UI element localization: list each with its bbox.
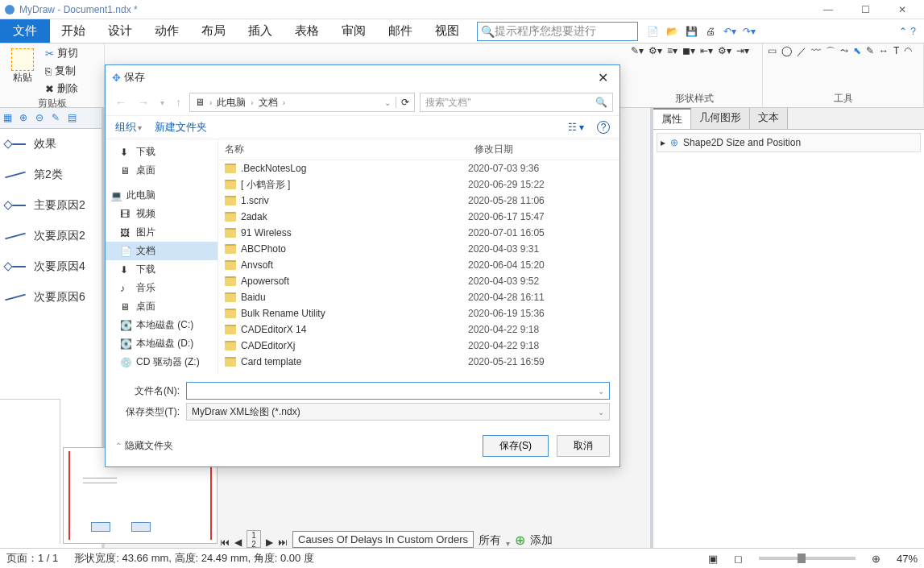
refresh-icon[interactable]: ⟳	[396, 97, 409, 108]
tree-item[interactable]: 🖥桌面	[106, 161, 218, 180]
tree-item[interactable]: ⬇下载	[106, 260, 218, 279]
tree-item[interactable]: 🖥桌面	[106, 297, 218, 316]
nav-forward-icon[interactable]: →	[135, 96, 152, 109]
shapes-more-icon[interactable]: ▤	[68, 112, 81, 125]
tab-text[interactable]: 文本	[750, 108, 788, 129]
file-row[interactable]: 91 Wireless2020-07-01 16:05	[218, 225, 619, 241]
dialog-close-button[interactable]: ✕	[593, 70, 613, 85]
curve-tool-icon[interactable]: 〰	[811, 45, 821, 56]
page-all[interactable]: 所有	[479, 533, 501, 548]
file-row[interactable]: 2adak2020-06-17 15:47	[218, 209, 619, 225]
last-page-icon[interactable]: ⏭	[278, 537, 288, 548]
nav-recent-icon[interactable]: ▾	[157, 98, 168, 107]
pointer-tool-icon[interactable]: ⬉	[853, 45, 861, 56]
file-menu[interactable]: 文件	[0, 19, 50, 43]
menu-review[interactable]: 审阅	[330, 19, 377, 43]
shape-item[interactable]: 主要原因2	[0, 190, 102, 221]
menu-design[interactable]: 设计	[97, 19, 143, 43]
shape-item[interactable]: 效果	[0, 129, 102, 160]
first-page-icon[interactable]: ⏮	[220, 537, 230, 548]
add-page-icon[interactable]: ⊕	[515, 533, 525, 548]
shapes-edit-icon[interactable]: ✎	[52, 112, 64, 125]
arc3-tool-icon[interactable]: ◠	[904, 45, 912, 56]
filename-input[interactable]: ⌄	[186, 382, 610, 400]
tab-geometry[interactable]: 几何图形	[691, 108, 750, 129]
folder-tree[interactable]: ⬇下载🖥桌面💻此电脑🎞视频🖼图片📄文档⬇下载♪音乐🖥桌面💽本地磁盘 (C:)💽本…	[106, 139, 218, 374]
nav-back-icon[interactable]: ←	[112, 96, 130, 109]
tree-item[interactable]: 💽本地磁盘 (D:)	[106, 334, 218, 353]
file-row[interactable]: Bulk Rename Utility2020-06-19 15:36	[218, 305, 619, 321]
file-row[interactable]: Card template2020-05-21 16:59	[218, 354, 619, 370]
tree-item[interactable]: 💻此电脑	[106, 186, 218, 205]
copy-button[interactable]: ⎘复制	[44, 63, 80, 79]
cut-button[interactable]: ✂剪切	[44, 45, 80, 61]
cancel-button[interactable]: 取消	[557, 435, 610, 457]
shapes-add-icon[interactable]: ⊕	[19, 112, 32, 125]
save-button[interactable]: 保存(S)	[483, 435, 549, 457]
tree-item[interactable]: 📄文档	[106, 242, 218, 260]
nav-up-icon[interactable]: ↑	[172, 96, 184, 109]
col-date[interactable]: 修改日期	[468, 139, 581, 160]
prop-size-position[interactable]: ▸ ⊕ Shape2D Size and Position	[657, 133, 921, 152]
shadow-icon[interactable]: ◼▾	[682, 45, 695, 56]
help-icon[interactable]: ?	[910, 26, 916, 37]
filetype-select[interactable]: MyDraw XML绘图 (*.ndx)⌄	[186, 403, 610, 421]
delete-button[interactable]: ✖删除	[44, 81, 80, 97]
gear-icon[interactable]: ⚙▾	[648, 45, 662, 56]
dialog-search[interactable]: 搜索"文档" 🔍	[420, 93, 613, 112]
zoom-fit-icon[interactable]: ⊕	[872, 553, 880, 565]
collapse-ribbon-icon[interactable]: ⌃	[899, 26, 907, 37]
page-add[interactable]: 添加	[530, 533, 553, 548]
pan-tool-icon[interactable]: ↔	[879, 45, 889, 56]
menu-table[interactable]: 表格	[284, 19, 330, 43]
save-icon[interactable]: 💾	[683, 23, 699, 39]
arrow-end-icon[interactable]: ⇥▾	[736, 45, 749, 56]
tab-properties[interactable]: 属性	[653, 108, 691, 129]
shape-item[interactable]: 次要原因4	[0, 251, 102, 282]
shapes-remove-icon[interactable]: ⊖	[35, 112, 48, 125]
open-icon[interactable]: 📂	[664, 23, 680, 39]
undo-icon[interactable]: ↶▾	[722, 23, 738, 39]
menu-layout[interactable]: 布局	[190, 19, 237, 43]
gear2-icon[interactable]: ⚙▾	[718, 45, 731, 56]
arrow-start-icon[interactable]: ⇤▾	[700, 45, 713, 56]
file-row[interactable]: ABCPhoto2020-04-03 9:31	[218, 241, 619, 257]
line-style-icon[interactable]: ≡▾	[667, 45, 677, 56]
shape-item[interactable]: 次要原因6	[0, 282, 102, 313]
close-button[interactable]: ✕	[884, 0, 921, 19]
menu-action[interactable]: 动作	[143, 19, 190, 43]
ellipse-tool-icon[interactable]: ◯	[781, 45, 792, 56]
text-tool-icon[interactable]: T	[893, 45, 899, 56]
file-row[interactable]: CADEditorXj2020-04-22 9:18	[218, 338, 619, 354]
tell-me-search[interactable]: 🔍 提示程序您想要进行	[477, 22, 638, 41]
hide-folders-toggle[interactable]: ⌃隐藏文件夹	[115, 439, 173, 453]
minimize-button[interactable]: —	[810, 0, 847, 19]
shapes-nav-icon[interactable]: ▦	[3, 112, 16, 125]
tree-item[interactable]: 💿CD 驱动器 (Z:)	[106, 353, 218, 371]
view-mode2-icon[interactable]: ◻	[734, 553, 743, 565]
file-row[interactable]: Anvsoft2020-06-04 15:20	[218, 257, 619, 273]
menu-mail[interactable]: 邮件	[377, 19, 424, 43]
next-page-icon[interactable]: ▶	[266, 537, 273, 548]
file-row[interactable]: CADEditorX 142020-04-22 9:18	[218, 321, 619, 338]
tree-item[interactable]: 🎞视频	[106, 205, 218, 223]
menu-view[interactable]: 视图	[424, 19, 470, 43]
pen-icon[interactable]: ✎▾	[631, 45, 644, 56]
edit-tool-icon[interactable]: ✎	[866, 45, 874, 56]
page-tab-active[interactable]: Causes Of Delays In Custom Orders	[292, 531, 474, 548]
zoom-slider[interactable]	[759, 557, 856, 560]
line-tool-icon[interactable]: ／	[797, 45, 806, 59]
print-icon[interactable]: 🖨	[702, 23, 719, 39]
file-row[interactable]: 1.scriv2020-05-28 11:06	[218, 193, 619, 209]
connector-tool-icon[interactable]: ⤳	[840, 45, 848, 56]
path-dropdown-icon[interactable]: ⌄	[384, 98, 391, 107]
file-row[interactable]: Baidu2020-04-28 16:11	[218, 289, 619, 305]
tree-item[interactable]: 🖼图片	[106, 223, 218, 242]
prev-page-icon[interactable]: ◀	[234, 537, 242, 548]
tree-item[interactable]: ⬇下载	[106, 143, 218, 161]
organize-button[interactable]: 组织▾	[115, 120, 142, 135]
shape-item[interactable]: 次要原因2	[0, 221, 102, 251]
view-options-icon[interactable]: ☷ ▾	[568, 122, 584, 133]
view-mode1-icon[interactable]: ▣	[708, 553, 718, 565]
new-icon[interactable]: 📄	[644, 23, 661, 39]
